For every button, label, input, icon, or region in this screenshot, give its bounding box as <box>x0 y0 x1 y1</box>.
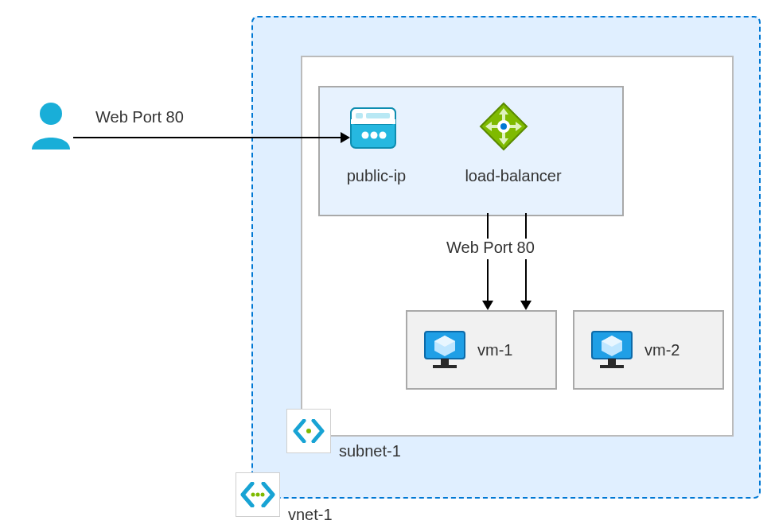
lb-to-vm2-head <box>520 301 532 310</box>
ingress-arrow-line <box>73 137 341 138</box>
lb-to-vm1-head <box>482 301 493 310</box>
svg-point-15 <box>40 103 62 125</box>
architecture-diagram: public-ip load-balancer Web Port 80 <box>0 0 771 532</box>
load-balancer-icon <box>477 100 530 153</box>
vm-2-box: vm-2 <box>573 310 724 390</box>
svg-rect-3 <box>356 113 363 118</box>
vm-icon <box>423 330 466 370</box>
public-ip-icon <box>349 103 398 153</box>
subnet-label: subnet-1 <box>339 442 401 460</box>
lb-arrow-label: Web Port 80 <box>442 239 539 259</box>
vm-1-label: vm-1 <box>477 341 512 359</box>
ingress-arrow-label: Web Port 80 <box>95 108 184 126</box>
svg-rect-25 <box>600 365 624 368</box>
svg-point-6 <box>371 132 378 139</box>
svg-rect-2 <box>351 119 395 124</box>
public-ip-label: public-ip <box>333 167 420 185</box>
svg-rect-24 <box>608 359 616 365</box>
svg-rect-19 <box>441 359 449 365</box>
svg-point-14 <box>500 123 507 130</box>
svg-point-28 <box>256 493 260 497</box>
vnet-label: vnet-1 <box>288 506 333 524</box>
svg-point-26 <box>306 429 311 433</box>
subnet-icon <box>286 409 331 453</box>
user-icon <box>29 100 73 151</box>
svg-rect-4 <box>366 113 390 118</box>
vm-icon <box>590 330 633 370</box>
svg-point-27 <box>251 493 255 497</box>
ingress-arrow-head <box>341 132 350 143</box>
vm-1-box: vm-1 <box>406 310 557 390</box>
vnet-icon <box>236 472 280 517</box>
svg-rect-20 <box>433 365 457 368</box>
svg-point-29 <box>261 493 265 497</box>
vm-2-label: vm-2 <box>644 341 679 359</box>
load-balancer-label: load-balancer <box>446 167 581 185</box>
svg-point-7 <box>380 132 387 139</box>
svg-point-5 <box>362 132 369 139</box>
